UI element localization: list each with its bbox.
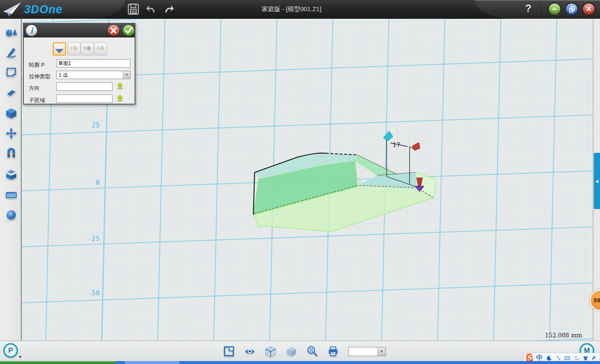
left-toolbar xyxy=(0,19,22,341)
subregion-input[interactable] xyxy=(56,95,112,103)
feature-cube-icon[interactable] xyxy=(5,107,17,119)
assembly-box-icon[interactable] xyxy=(5,168,17,180)
double-diamond-icon xyxy=(81,43,92,54)
double-diamond-icon xyxy=(95,43,106,54)
eraser-edit-icon[interactable] xyxy=(5,87,17,98)
visibility-eye-icon[interactable] xyxy=(244,346,255,357)
measure-ruler-icon[interactable] xyxy=(5,189,17,200)
ok-button[interactable] xyxy=(123,25,134,36)
dropdown-arrow-icon[interactable]: ▼ xyxy=(123,71,130,79)
titlebar-divider xyxy=(539,2,539,16)
primitives-icon[interactable] xyxy=(5,26,17,38)
sketch-pencil-icon[interactable] xyxy=(5,46,17,58)
extrude-type-select[interactable]: 1 边 ▼ xyxy=(56,71,130,79)
restore-button[interactable] xyxy=(565,2,578,16)
right-edge-strip: ◀ 69 xyxy=(594,19,600,341)
profile-input[interactable] xyxy=(56,59,130,67)
app-name: 3DOne xyxy=(24,3,62,16)
panel-collapse-tab[interactable]: ◀ xyxy=(594,153,600,209)
extrude-tab-4[interactable] xyxy=(94,42,107,55)
ok-check-icon xyxy=(123,25,134,36)
start-flag-handle[interactable] xyxy=(383,131,393,141)
surface-sheet-icon[interactable] xyxy=(5,66,17,78)
taskbar-start-segment[interactable] xyxy=(0,361,116,364)
magnet-icon[interactable] xyxy=(5,148,17,160)
taskbar-active-segment[interactable] xyxy=(125,361,179,364)
minimize-button[interactable]: − xyxy=(548,2,561,16)
paper-plane-icon xyxy=(2,2,22,17)
profile-label: 轮廓 P xyxy=(29,61,45,69)
help-button[interactable]: ? xyxy=(523,2,534,15)
render-sphere-icon[interactable] xyxy=(5,209,17,221)
combo-arrow-icon[interactable]: ▼ xyxy=(378,347,385,356)
dimension-value: 17 xyxy=(392,141,400,149)
info-icon[interactable]: i xyxy=(26,25,37,36)
diamond-icon xyxy=(54,43,65,55)
badge-caret-icon[interactable]: ▼ xyxy=(18,355,22,359)
direction-input[interactable] xyxy=(56,82,112,91)
tools-wrench-icon[interactable] xyxy=(592,354,597,362)
os-taskbar-sliver[interactable] xyxy=(0,361,600,364)
property-badge[interactable]: P xyxy=(3,343,18,358)
scale-readout: 152.088 mm xyxy=(545,332,582,339)
bottom-toolbar: P ▼ xyxy=(0,341,600,361)
cancel-x-icon xyxy=(108,25,119,36)
print-icon[interactable] xyxy=(328,346,339,357)
close-button[interactable]: ✕ xyxy=(582,2,595,16)
axis-label-minus50: -50 xyxy=(81,289,100,297)
extrude-tab-3[interactable] xyxy=(81,42,94,55)
user-account-icon[interactable] xyxy=(574,354,579,362)
extrude-dialog: i 轮廓 P xyxy=(23,23,135,105)
pick-direction-icon[interactable] xyxy=(116,82,124,90)
moon-icon[interactable] xyxy=(547,354,552,362)
punctuation-icon[interactable] xyxy=(556,354,561,362)
move-arrows-icon[interactable] xyxy=(5,127,17,139)
shaded-display-icon[interactable] xyxy=(286,346,297,357)
axis-label-25: 25 xyxy=(81,122,100,129)
zoom-search-icon[interactable] xyxy=(307,346,318,357)
extrude-tab-1[interactable] xyxy=(53,42,66,55)
titlebar-right-swoosh xyxy=(475,0,600,19)
skin-shirt-icon[interactable] xyxy=(583,354,588,362)
app-logo: 3DOne xyxy=(2,2,62,17)
window-title: 家庭版 - [模型001.Z1] xyxy=(262,5,321,13)
plane-corner-icon[interactable] xyxy=(223,346,235,357)
title-bar: 3DOne 家庭版 - [模型001.Z1] ? − ✕ xyxy=(0,0,600,19)
axis-label-minus25: -25 xyxy=(81,235,100,242)
cancel-button[interactable] xyxy=(108,25,119,36)
axis-label-0: 0 xyxy=(81,179,100,187)
keyboard-icon[interactable] xyxy=(565,354,570,362)
subregion-label: 子区域 xyxy=(29,97,45,104)
view-tools: ▼ xyxy=(223,346,386,357)
direction-label: 方向 xyxy=(29,85,40,92)
undo-icon[interactable] xyxy=(145,3,157,15)
extrude-tab-2[interactable] xyxy=(68,42,80,55)
restore-icon-front xyxy=(571,6,575,11)
extruded-solid[interactable] xyxy=(253,153,436,232)
wireframe-display-icon[interactable] xyxy=(265,346,276,357)
extrude-type-label: 拉伸类型 xyxy=(29,73,50,80)
save-icon[interactable] xyxy=(128,3,139,15)
collapse-arrow-icon: ◀ xyxy=(595,179,598,183)
redo-icon[interactable] xyxy=(163,3,175,15)
pick-subregion-icon[interactable] xyxy=(116,95,124,102)
extrude-type-value: 1 边 xyxy=(59,72,68,78)
dialog-header[interactable]: i xyxy=(24,24,135,37)
double-diamond-icon xyxy=(68,43,79,54)
view-preset-select[interactable]: ▼ xyxy=(348,347,386,356)
